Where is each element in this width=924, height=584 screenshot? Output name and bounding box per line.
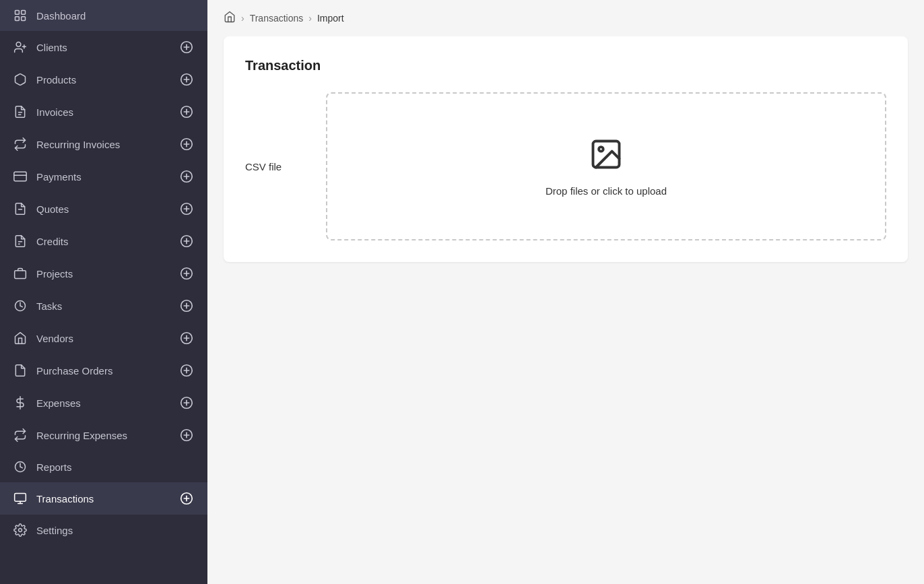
settings-icon	[13, 523, 27, 537]
sidebar-label-clients: Clients	[36, 42, 67, 53]
sidebar-item-payments[interactable]: Payments	[0, 160, 207, 193]
svg-point-4	[16, 42, 21, 47]
dashboard-icon	[13, 9, 27, 22]
sidebar-item-dashboard[interactable]: Dashboard	[0, 0, 207, 31]
sidebar-item-credits[interactable]: Credits	[0, 225, 207, 257]
sidebar-item-invoices[interactable]: Invoices	[0, 96, 207, 128]
invoices-icon	[13, 105, 27, 119]
sidebar-item-expenses[interactable]: Expenses	[0, 387, 207, 419]
svg-rect-3	[22, 17, 26, 21]
upload-icon	[589, 137, 624, 174]
csv-label: CSV file	[245, 161, 299, 172]
sidebar-label-recurring-invoices: Recurring Invoices	[36, 139, 120, 150]
svg-point-63	[599, 147, 603, 152]
recurring-invoices-icon	[13, 137, 27, 151]
sidebar-label-expenses: Expenses	[36, 397, 81, 409]
breadcrumb-sep-1: ›	[241, 13, 244, 24]
sidebar-label-reports: Reports	[36, 461, 72, 473]
upload-text: Drop files or click to upload	[546, 185, 667, 197]
breadcrumb: › Transactions › Import	[207, 0, 924, 36]
sidebar-label-payments: Payments	[36, 171, 81, 183]
transactions-icon	[13, 492, 27, 505]
sidebar-item-products[interactable]: Products	[0, 63, 207, 96]
svg-rect-2	[15, 17, 20, 21]
vendors-add-icon[interactable]	[179, 331, 194, 346]
breadcrumb-transactions[interactable]: Transactions	[250, 13, 304, 24]
sidebar-item-projects[interactable]: Projects	[0, 257, 207, 290]
svg-rect-19	[14, 172, 26, 181]
payments-icon	[13, 170, 27, 183]
vendors-icon	[13, 331, 27, 345]
recurring-expenses-icon	[13, 428, 27, 442]
sidebar-label-tasks: Tasks	[36, 300, 62, 312]
sidebar-label-recurring-expenses: Recurring Expenses	[36, 430, 127, 441]
sidebar-item-settings[interactable]: Settings	[0, 515, 207, 546]
card-title: Transaction	[245, 58, 886, 73]
recurring-expenses-add-icon[interactable]	[179, 428, 194, 443]
products-icon	[13, 73, 27, 86]
sidebar-item-purchase-orders[interactable]: Purchase Orders	[0, 354, 207, 387]
sidebar-item-recurring-expenses[interactable]: Recurring Expenses	[0, 419, 207, 451]
main-content: › Transactions › Import Transaction CSV …	[207, 0, 924, 584]
credits-icon	[13, 234, 27, 248]
sidebar-label-purchase-orders: Purchase Orders	[36, 365, 112, 377]
purchase-orders-add-icon[interactable]	[179, 363, 194, 378]
clients-icon	[13, 40, 27, 54]
upload-dropzone[interactable]: Drop files or click to upload	[326, 92, 886, 240]
sidebar-item-clients[interactable]: Clients	[0, 31, 207, 63]
sidebar-item-transactions[interactable]: Transactions	[0, 482, 207, 515]
breadcrumb-sep-2: ›	[308, 13, 312, 24]
sidebar-label-transactions: Transactions	[36, 493, 94, 505]
sidebar-item-tasks[interactable]: Tasks	[0, 290, 207, 322]
credits-add-icon[interactable]	[179, 234, 194, 249]
content-area: Transaction CSV file Drop files or click…	[207, 36, 924, 584]
sidebar-label-dashboard: Dashboard	[36, 10, 86, 22]
svg-rect-55	[15, 494, 26, 502]
sidebar-label-credits: Credits	[36, 236, 69, 247]
breadcrumb-current: Import	[317, 13, 344, 24]
sidebar-item-recurring-invoices[interactable]: Recurring Invoices	[0, 128, 207, 160]
svg-rect-33	[15, 271, 26, 279]
sidebar-label-projects: Projects	[36, 268, 73, 280]
sidebar-label-products: Products	[36, 74, 76, 86]
home-icon[interactable]	[224, 11, 236, 26]
svg-rect-1	[22, 11, 26, 15]
quotes-add-icon[interactable]	[179, 201, 194, 216]
sidebar-label-quotes: Quotes	[36, 203, 69, 215]
tasks-icon	[13, 299, 27, 313]
sidebar-item-vendors[interactable]: Vendors	[0, 322, 207, 354]
payments-add-icon[interactable]	[179, 169, 194, 184]
svg-rect-0	[15, 11, 20, 15]
sidebar-label-invoices: Invoices	[36, 106, 73, 118]
transaction-card: Transaction CSV file Drop files or click…	[224, 36, 908, 262]
quotes-icon	[13, 202, 27, 216]
products-add-icon[interactable]	[179, 72, 194, 87]
sidebar-item-quotes[interactable]: Quotes	[0, 193, 207, 225]
transactions-add-icon[interactable]	[179, 491, 194, 506]
form-row: CSV file Drop files or click to upload	[245, 92, 886, 240]
expenses-add-icon[interactable]	[179, 395, 194, 410]
purchase-orders-icon	[13, 364, 27, 377]
projects-add-icon[interactable]	[179, 266, 194, 281]
sidebar: Dashboard Clients Products	[0, 0, 207, 584]
invoices-add-icon[interactable]	[179, 104, 194, 119]
svg-point-61	[19, 529, 22, 532]
clients-add-icon[interactable]	[179, 40, 194, 55]
tasks-add-icon[interactable]	[179, 298, 194, 313]
recurring-invoices-add-icon[interactable]	[179, 137, 194, 152]
expenses-icon	[13, 396, 27, 410]
reports-icon	[13, 460, 27, 474]
sidebar-label-vendors: Vendors	[36, 333, 73, 344]
sidebar-label-settings: Settings	[36, 525, 73, 536]
projects-icon	[13, 267, 27, 280]
sidebar-item-reports[interactable]: Reports	[0, 451, 207, 482]
